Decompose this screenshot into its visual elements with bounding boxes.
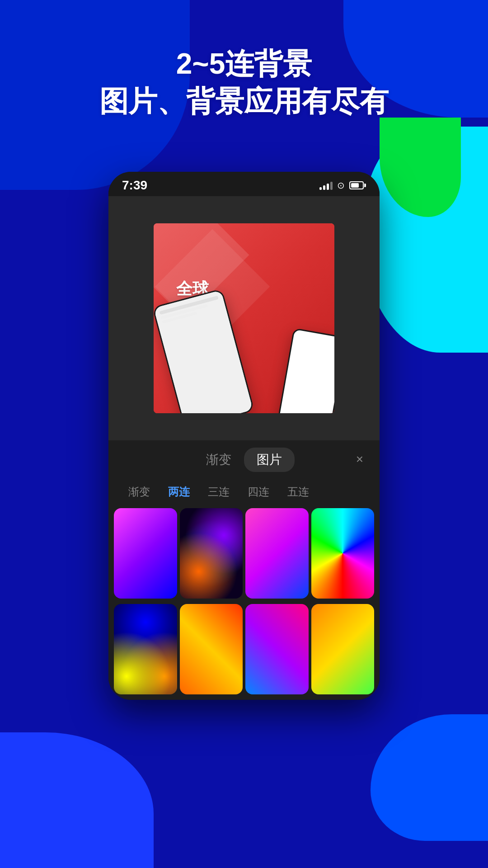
- sub-tab-5link[interactable]: 五连: [278, 482, 318, 502]
- sub-tab-bar: 渐变 两连 三连 四连 五连: [108, 478, 380, 508]
- signal-icon: [319, 181, 333, 190]
- image-bg: 全球 轻松购: [154, 223, 334, 413]
- bottom-panel: 渐变 图片 × 渐变 两连 三连 四连 五连: [108, 440, 380, 700]
- swatch-4[interactable]: [311, 508, 375, 599]
- battery-tip: [364, 184, 366, 187]
- battery-body: [349, 181, 364, 189]
- close-button[interactable]: ×: [351, 450, 369, 468]
- bg-decoration-bottom-left: [0, 732, 154, 868]
- tab-gradient[interactable]: 渐变: [193, 448, 244, 472]
- app-content: 全球 轻松购: [108, 196, 380, 440]
- bg-decoration-bottom-right: [371, 714, 488, 841]
- battery-icon: [349, 181, 366, 189]
- signal-bar-1: [319, 187, 322, 190]
- headline-line1: 2~5连背景: [0, 45, 488, 83]
- signal-bar-2: [323, 185, 325, 190]
- swatch-6[interactable]: [180, 604, 243, 694]
- wifi-icon: ⊙: [337, 180, 345, 191]
- main-tab-bar: 渐变 图片 ×: [108, 440, 380, 478]
- swatch-8[interactable]: [311, 604, 375, 694]
- battery-fill: [351, 183, 359, 188]
- headline-line2: 图片、背景应用有尽有: [0, 83, 488, 120]
- sub-tab-4link[interactable]: 四连: [239, 482, 278, 502]
- swatch-2[interactable]: [180, 508, 243, 599]
- sub-tab-gradient[interactable]: 渐变: [119, 482, 159, 502]
- status-bar: 7:39 ⊙: [108, 172, 380, 196]
- swatch-7[interactable]: [245, 604, 309, 694]
- sub-tab-3link[interactable]: 三连: [199, 482, 239, 502]
- status-icons: ⊙: [319, 180, 366, 191]
- status-time: 7:39: [122, 178, 147, 193]
- swatch-3[interactable]: [245, 508, 309, 599]
- color-grid-row2: [108, 604, 380, 700]
- swatch-1[interactable]: [114, 508, 177, 599]
- headline: 2~5连背景 图片、背景应用有尽有: [0, 45, 488, 120]
- color-grid-row1: [108, 508, 380, 604]
- signal-bar-3: [327, 184, 329, 190]
- tab-image[interactable]: 图片: [244, 448, 295, 472]
- image-preview: 全球 轻松购: [154, 223, 334, 413]
- phone-mockup: 7:39 ⊙ 全球 轻松购: [108, 172, 380, 700]
- phone-device-mockup-2: [277, 328, 334, 413]
- signal-bar-4: [330, 182, 333, 190]
- sub-tab-2link[interactable]: 两连: [159, 482, 199, 502]
- swatch-5[interactable]: [114, 604, 177, 694]
